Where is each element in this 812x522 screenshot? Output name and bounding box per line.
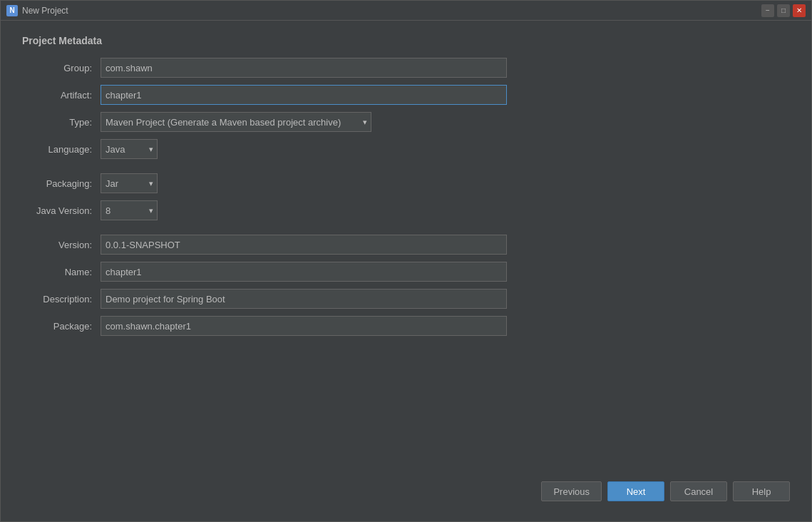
package-input[interactable] [101,316,507,336]
description-input[interactable] [101,289,507,309]
name-row: Name: [22,262,790,282]
cancel-button[interactable]: Cancel [670,481,727,501]
artifact-input[interactable] [101,85,507,105]
name-label: Name: [22,267,101,277]
language-select[interactable]: Java Kotlin Groovy [101,139,158,159]
packaging-row: Packaging: Jar War [22,173,790,193]
spacer-2 [22,227,790,235]
close-button[interactable]: ✕ [793,4,806,17]
packaging-label: Packaging: [22,178,101,189]
new-project-window: N New Project − □ ✕ Project Metadata Gro… [0,0,812,522]
form-area: Group: Artifact: Type: Maven Project (Ge… [22,58,790,473]
window-title: New Project [22,6,761,16]
java-version-select[interactable]: 8 11 17 [101,200,158,220]
title-bar-controls: − □ ✕ [761,4,806,17]
java-version-row: Java Version: 8 11 17 [22,200,790,220]
group-input[interactable] [101,58,507,78]
type-row: Type: Maven Project (Generate a Maven ba… [22,112,790,132]
description-row: Description: [22,289,790,309]
package-label: Package: [22,321,101,332]
footer: Previous Next Cancel Help [22,473,790,507]
package-row: Package: [22,316,790,336]
java-version-label: Java Version: [22,205,101,216]
previous-button[interactable]: Previous [541,481,602,501]
version-row: Version: [22,235,790,255]
group-row: Group: [22,58,790,78]
language-row: Language: Java Kotlin Groovy [22,139,790,159]
version-input[interactable] [101,235,507,255]
help-button[interactable]: Help [733,481,790,501]
name-input[interactable] [101,262,507,282]
packaging-select-wrapper: Jar War [101,173,158,193]
section-title: Project Metadata [22,35,790,46]
window-icon: N [6,5,18,16]
artifact-label: Artifact: [22,90,101,101]
group-label: Group: [22,63,101,73]
java-version-select-wrapper: 8 11 17 [101,200,158,220]
packaging-select[interactable]: Jar War [101,173,158,193]
type-select-wrapper: Maven Project (Generate a Maven based pr… [101,112,371,132]
maximize-button[interactable]: □ [777,4,790,17]
version-label: Version: [22,240,101,250]
language-label: Language: [22,144,101,155]
language-select-wrapper: Java Kotlin Groovy [101,139,158,159]
type-select[interactable]: Maven Project (Generate a Maven based pr… [101,112,371,132]
type-label: Type: [22,117,101,128]
spacer-1 [22,166,790,173]
next-button[interactable]: Next [607,481,664,501]
title-bar: N New Project − □ ✕ [1,1,811,21]
artifact-row: Artifact: [22,85,790,105]
description-label: Description: [22,294,101,304]
minimize-button[interactable]: − [761,4,774,17]
main-content: Project Metadata Group: Artifact: Type: … [1,21,811,521]
